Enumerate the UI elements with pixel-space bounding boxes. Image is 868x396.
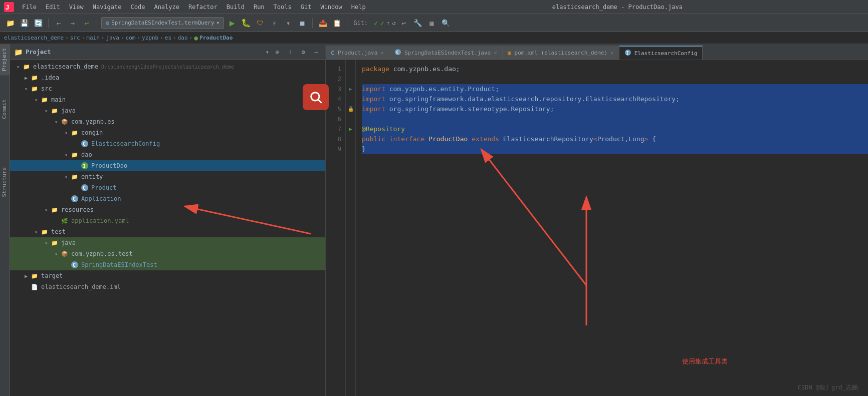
run-btn[interactable]: ▶ [226,17,238,29]
git-refresh-icon[interactable]: ↺ [392,20,395,27]
tree-item-application[interactable]: C Application [10,193,325,204]
tree-item-entity[interactable]: ▾ 📁 entity [10,171,325,182]
wrench-btn[interactable]: 🔧 [411,17,423,29]
new-project-btn[interactable]: 📁 [4,17,16,29]
tree-item-dao[interactable]: ▾ 📁 dao [10,149,325,160]
toolbar-sep-3 [312,18,313,28]
tree-arrow-entity: ▾ [62,174,70,180]
menu-code[interactable]: Code [127,3,149,12]
tab-product-java[interactable]: C Product.java ✕ [326,46,389,60]
tree-label-src: src [41,85,52,92]
tree-item-java[interactable]: ▾ 📁 java [10,105,325,116]
tree-item-springdataestest[interactable]: C SpringDataESIndexTest [10,259,325,270]
breadcrumb-item-active[interactable]: ProductDao [199,35,233,41]
tree-item-idea[interactable]: ▶ 📁 .idea [10,72,325,83]
tree-arrow-test: ▾ [32,229,40,235]
project-dropdown-icon[interactable]: ▾ [266,49,269,56]
tree-item-main[interactable]: ▾ 📁 main [10,94,325,105]
tree-item-iml[interactable]: 📄 elasticsearch_deme.iml [10,281,325,292]
project-settings-icon[interactable]: ⁞ [285,47,295,57]
side-label-commit[interactable]: Commit [0,95,10,123]
breadcrumb-item-1[interactable]: src [70,35,80,41]
tab-elasticsearchconfig[interactable]: I ElasticsearchConfig [619,46,703,60]
tab-icon-pom: m [508,49,512,57]
tree-item-product[interactable]: C Product [10,182,325,193]
tree-item-test[interactable]: ▾ 📁 test [10,226,325,237]
tree-item-elasticsearchconfig[interactable]: C ElasticsearchConfig [10,138,325,149]
tab-close-pom[interactable]: ✕ [610,50,614,56]
recent-btn[interactable]: ↩ [81,17,93,29]
stop-btn[interactable]: ■ [296,17,308,29]
breadcrumb-item-4[interactable]: com [126,35,136,41]
menu-navigate[interactable]: Navigate [89,3,126,12]
tab-icon-springdata: C [394,49,401,57]
menu-window[interactable]: Window [316,3,346,12]
side-label-project[interactable]: Project [0,44,10,75]
line-num-6: 6 [326,114,341,124]
tab-pom[interactable]: m pom.xml (elasticsearch_deme) ✕ [503,46,619,60]
tree-item-src[interactable]: ▾ 📁 src [10,83,325,94]
breadcrumb-item-6[interactable]: es [165,35,171,41]
main-layout: Project Commit Structure 📁 Project ▾ ⊕ ⁞… [0,44,868,396]
tree-label-idea: .idea [41,74,59,81]
toolbar-sep-1 [48,18,49,28]
code-area[interactable]: package com.yzpnb.es.dao; import com.yzp… [356,60,868,396]
menu-edit[interactable]: Edit [42,3,64,12]
tree-item-root[interactable]: ▾ 📁 elasticsearch_deme D:\biancheng\Idea… [10,61,325,72]
search-everywhere-btn[interactable]: 🔍 [440,17,452,29]
menu-file[interactable]: File [18,3,41,12]
project-minimize-icon[interactable]: — [311,47,321,57]
menu-analyze[interactable]: Analyze [150,3,183,12]
tree-item-productdao[interactable]: I ProductDao [10,160,325,171]
tabs-bar: C Product.java ✕ C SpringDataESIndexTest… [326,44,868,60]
git-check-icon-2: ✓ [380,19,384,27]
svg-line-3 [318,100,321,103]
save-btn[interactable]: 💾 [18,17,30,29]
tree-item-test-java[interactable]: ▾ 📁 java [10,237,325,248]
forward-btn[interactable]: → [67,17,79,29]
tree-item-test-package[interactable]: ▾ 📦 com.yzpnb.es.test [10,248,325,259]
tree-item-yaml[interactable]: 🌿 application.yaml [10,215,325,226]
breadcrumb-item-5[interactable]: yzpnb [142,35,158,41]
breadcrumb-item-7[interactable]: dao [178,35,188,41]
folder-icon-root: 📁 [22,63,31,71]
package-icon-test: 📦 [60,250,69,258]
iml-icon: 📄 [30,283,39,291]
breadcrumb-item-2[interactable]: main [86,35,100,41]
menu-run[interactable]: Run [250,3,269,12]
sync-btn[interactable]: 🔄 [32,17,44,29]
tree-item-resources[interactable]: ▾ 📁 resources [10,204,325,215]
menu-build[interactable]: Build [223,3,249,12]
project-sync-icon[interactable]: ⊕ [272,47,282,57]
tree-item-package[interactable]: ▾ 📦 com.yzpnb.es [10,116,325,127]
more-run-btn[interactable]: ▾ [282,17,294,29]
layout-btn[interactable]: ▦ [425,17,438,29]
menu-bar: J File Edit View Navigate Code Analyze R… [0,0,868,14]
back-btn[interactable]: ← [53,17,65,29]
tab-close-product[interactable]: ✕ [380,50,384,56]
coverage-btn[interactable]: 🛡 [254,17,266,29]
line-numbers: 1 2 3 4 5 6 7 8 9 [326,60,346,396]
code-line-4: import org.springframework.data.elastics… [362,94,868,104]
side-label-structure[interactable]: Structure [0,163,10,201]
vcs-update-btn[interactable]: 📤 [317,17,329,29]
search-overlay-btn[interactable] [303,84,326,110]
vcs-commit-btn[interactable]: 📋 [331,17,343,29]
menu-view[interactable]: View [65,3,88,12]
debug-btn[interactable]: 🐛 [240,17,252,29]
menu-refactor[interactable]: Refactor [184,3,222,12]
run-config-dropdown[interactable]: ⚙ SpringDataESIndexTest.termQuery ▾ [101,17,224,29]
tab-springdata[interactable]: C SpringDataESIndexTest.java ✕ [389,46,503,60]
breadcrumb-item-3[interactable]: java [106,35,119,41]
menu-tools[interactable]: Tools [270,3,296,12]
project-settings2-icon[interactable]: ⚙ [298,47,308,57]
tree-item-congin[interactable]: ▾ 📁 congin [10,127,325,138]
tree-item-target[interactable]: ▶ 📁 target [10,270,325,281]
undo-btn[interactable]: ↩ [397,17,409,29]
menu-git[interactable]: Git [297,3,316,12]
profile-btn[interactable]: ⚡ [268,17,280,29]
breadcrumb-item-0[interactable]: elasticsearch_deme [4,35,64,41]
menu-help[interactable]: Help [347,3,370,12]
tab-close-springdata[interactable]: ✕ [494,50,497,56]
tab-label-springdata: SpringDataESIndexTest.java [404,50,491,56]
